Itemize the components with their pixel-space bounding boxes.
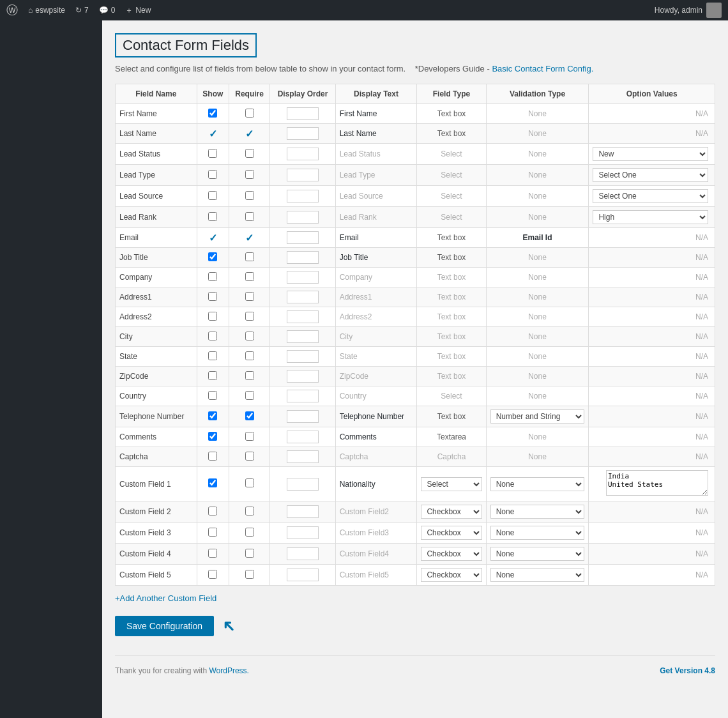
require-cell[interactable] [229, 386, 269, 406]
show-checkbox[interactable] [208, 170, 217, 179]
require-checkbox[interactable] [245, 452, 254, 461]
show-checkbox[interactable] [208, 292, 217, 301]
option-values-select[interactable]: Select One [593, 189, 708, 203]
validation-type-cell[interactable]: NoneEmail IdNumber and StringNumber Only [486, 501, 589, 523]
show-checkbox[interactable] [208, 549, 217, 558]
display-order-cell[interactable] [270, 427, 335, 447]
require-checkbox[interactable] [245, 272, 254, 281]
show-cell[interactable] [197, 406, 229, 427]
display-order-input[interactable] [287, 148, 319, 160]
require-cell[interactable] [229, 287, 269, 307]
field-type-select[interactable]: CheckboxText boxSelectTextareaRadio [421, 505, 482, 519]
require-cell[interactable] [229, 207, 269, 228]
show-cell[interactable] [197, 386, 229, 406]
require-cell[interactable]: ✓ [229, 228, 269, 248]
display-order-input[interactable] [287, 450, 319, 463]
show-checkbox[interactable] [208, 478, 217, 487]
display-order-input[interactable] [287, 310, 319, 323]
display-order-cell[interactable] [270, 228, 335, 248]
new-item[interactable]: ＋ New [125, 5, 151, 16]
show-cell[interactable] [197, 544, 229, 565]
field-type-cell[interactable]: CheckboxText boxSelectTextareaRadio [417, 523, 486, 544]
validation-type-cell[interactable]: NoneEmail IdNumber and StringNumber Only [486, 565, 589, 586]
require-checkbox[interactable] [245, 528, 254, 537]
option-values-cell[interactable]: HighMediumLow [589, 207, 715, 228]
option-values-cell[interactable]: Select One [589, 165, 715, 186]
field-type-cell[interactable]: CheckboxText boxSelectTextareaRadio [417, 501, 486, 523]
require-cell[interactable] [229, 248, 269, 268]
validation-type-select[interactable]: NoneEmail IdNumber and StringNumber Only [490, 409, 585, 424]
show-checkbox[interactable] [208, 351, 217, 360]
require-cell[interactable] [229, 447, 269, 467]
display-order-cell[interactable] [270, 501, 335, 523]
display-order-input[interactable] [287, 190, 319, 202]
show-cell[interactable] [197, 207, 229, 228]
show-checkbox[interactable] [208, 272, 217, 281]
show-checkbox[interactable] [208, 570, 217, 579]
dev-guide-link[interactable]: Basic Contact Form Config. [492, 64, 593, 73]
display-order-input[interactable] [287, 271, 319, 284]
display-order-cell[interactable] [270, 144, 335, 165]
require-checkbox[interactable] [245, 252, 254, 261]
field-type-cell[interactable]: CheckboxText boxSelectTextareaRadio [417, 544, 486, 565]
display-order-cell[interactable] [270, 124, 335, 144]
show-checkbox[interactable] [208, 528, 217, 537]
show-cell[interactable] [197, 144, 229, 165]
show-checkbox[interactable] [208, 149, 217, 158]
require-cell[interactable] [229, 523, 269, 544]
display-order-cell[interactable] [270, 287, 335, 307]
show-checkbox[interactable] [208, 432, 217, 441]
require-cell[interactable] [229, 501, 269, 523]
show-cell[interactable] [197, 327, 229, 347]
require-cell[interactable] [229, 565, 269, 586]
require-checkbox[interactable] [245, 549, 254, 558]
updates-item[interactable]: ↻ 7 [75, 6, 89, 15]
require-checkbox[interactable] [245, 292, 254, 301]
show-cell[interactable] [197, 268, 229, 287]
show-cell[interactable] [197, 447, 229, 467]
display-order-cell[interactable] [270, 248, 335, 268]
show-checkbox[interactable] [208, 191, 217, 200]
require-checkbox[interactable] [245, 371, 254, 380]
show-cell[interactable]: ✓ [197, 124, 229, 144]
show-cell[interactable]: ✓ [197, 228, 229, 248]
show-checkbox[interactable] [208, 391, 217, 400]
validation-type-select[interactable]: NoneEmail IdNumber and StringNumber Only [490, 568, 585, 582]
display-order-cell[interactable] [270, 186, 335, 207]
show-cell[interactable] [197, 501, 229, 523]
show-checkbox[interactable] [208, 212, 217, 221]
display-order-cell[interactable] [270, 523, 335, 544]
comments-item[interactable]: 💬 0 [99, 6, 116, 15]
show-checkbox[interactable] [208, 411, 217, 420]
require-cell[interactable] [229, 406, 269, 427]
option-values-select[interactable]: NewIn ProgressClosed [593, 147, 708, 161]
wordpress-link[interactable]: WordPress. [209, 666, 248, 675]
validation-type-select[interactable]: NoneEmail IdNumber and StringNumber Only [490, 477, 585, 491]
field-type-select[interactable]: CheckboxText boxSelectTextareaRadio [421, 568, 482, 582]
option-values-select[interactable]: HighMediumLow [593, 210, 708, 224]
display-order-cell[interactable] [270, 307, 335, 327]
display-order-input[interactable] [287, 410, 319, 423]
require-cell[interactable]: ✓ [229, 124, 269, 144]
show-cell[interactable] [197, 467, 229, 501]
require-checkbox[interactable] [245, 351, 254, 360]
display-order-cell[interactable] [270, 386, 335, 406]
validation-type-select[interactable]: NoneEmail IdNumber and StringNumber Only [490, 547, 585, 561]
show-checkbox[interactable] [208, 507, 217, 516]
display-order-cell[interactable] [270, 544, 335, 565]
validation-type-select[interactable]: NoneEmail IdNumber and StringNumber Only [490, 526, 585, 540]
require-cell[interactable] [229, 467, 269, 501]
display-order-input[interactable] [287, 505, 319, 518]
display-order-input[interactable] [287, 251, 319, 264]
field-type-cell[interactable]: CheckboxText boxSelectTextareaRadio [417, 467, 486, 501]
option-values-select[interactable]: Select One [593, 168, 708, 182]
display-order-input[interactable] [287, 547, 319, 560]
display-order-cell[interactable] [270, 565, 335, 586]
display-order-input[interactable] [287, 231, 319, 244]
display-order-input[interactable] [287, 291, 319, 303]
display-order-cell[interactable] [270, 347, 335, 367]
show-cell[interactable] [197, 367, 229, 386]
require-cell[interactable] [229, 347, 269, 367]
display-order-input[interactable] [287, 569, 319, 581]
show-cell[interactable] [197, 186, 229, 207]
